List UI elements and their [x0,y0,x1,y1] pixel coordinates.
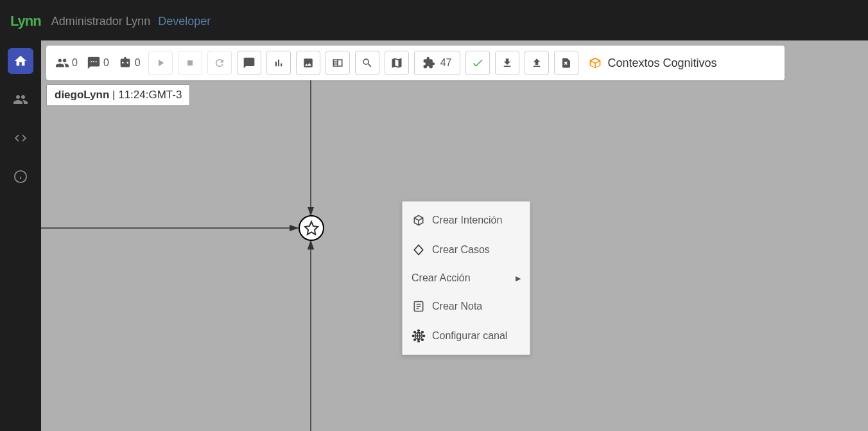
menu-label: Crear Nota [432,301,482,312]
sidebar-item-code[interactable] [8,125,33,151]
check-icon [471,57,484,69]
menu-label: Crear Intención [432,215,502,226]
refresh-button [207,51,232,75]
header: Lynn Administrador Lynn Developer [0,2,868,40]
svg-point-12 [418,330,420,331]
breadcrumb-admin[interactable]: Administrador Lynn [51,15,150,28]
user-name: diegoLynn [55,89,109,101]
diamond-icon [412,243,426,257]
search-icon [361,57,373,69]
puzzle-icon [422,57,435,69]
toolbar-stats: 0 0 0 [53,56,143,70]
users-icon [55,56,69,70]
sidebar-item-home[interactable] [8,48,33,74]
user-badge: diegoLynn | 11:24:GMT-3 [46,84,190,106]
svg-point-15 [423,335,425,337]
star-icon [304,220,319,236]
download-icon [501,57,513,69]
user-time: 11:24:GMT-3 [118,89,182,101]
code-icon [13,131,28,145]
svg-point-18 [414,339,416,341]
menu-item-create-action[interactable]: Crear Acción ▶ [403,265,530,292]
check-button[interactable] [465,51,490,75]
stop-button [178,51,202,75]
logo: Lynn [10,13,41,30]
cognitive-contexts-button[interactable]: Contextos Cognitivos [584,57,722,70]
menu-item-create-intention[interactable]: Crear Intención [403,206,530,235]
cube-outline-icon [412,213,426,227]
note-icon [412,299,426,313]
stat-chat[interactable]: 0 [84,56,112,70]
bot-icon [118,56,132,70]
toolbar: 0 0 0 [46,46,785,80]
stat-chat-value: 0 [103,57,109,69]
user-separator: | [109,89,118,101]
sidebar [0,40,41,431]
svg-point-16 [414,331,416,333]
info-icon [13,170,28,184]
svg-point-19 [422,339,424,341]
chart-button[interactable] [266,51,291,75]
search-button[interactable] [355,51,379,75]
menu-label: Crear Acción [412,272,471,284]
submenu-arrow-icon: ▶ [516,274,521,283]
context-menu: Crear Intención Crear Casos Crear Acción… [402,201,530,355]
star-node[interactable] [299,215,324,241]
menu-item-create-note[interactable]: Crear Nota [403,292,530,321]
stat-bot[interactable]: 0 [116,56,143,70]
home-icon [13,54,28,68]
image-button[interactable] [296,51,320,75]
chat-icon [87,56,101,70]
cognitive-label: Contextos Cognitivos [608,57,717,70]
menu-item-create-cases[interactable]: Crear Casos [403,235,530,265]
puzzle-count: 47 [440,57,452,69]
upload-button[interactable] [525,51,549,75]
map-icon [390,57,403,69]
network-icon [412,329,426,343]
canvas[interactable]: 0 0 0 [41,40,868,431]
stat-bot-value: 0 [135,57,141,69]
download-button[interactable] [495,51,519,75]
puzzle-button[interactable]: 47 [414,51,460,75]
stat-users[interactable]: 0 [53,56,80,70]
menu-label: Crear Casos [432,244,490,256]
comment-button[interactable] [237,51,261,75]
map-button[interactable] [385,51,409,75]
play-icon [155,57,166,69]
main-area: 0 0 0 [0,40,868,431]
menu-label: Configurar canal [432,330,507,342]
image-icon [302,57,314,69]
play-button [148,51,173,75]
svg-point-17 [422,331,424,333]
breadcrumb-dev[interactable]: Developer [158,15,211,28]
upload-icon [531,57,542,69]
stop-icon [185,58,195,68]
menu-item-configure-channel[interactable]: Configurar canal [403,321,530,351]
svg-point-13 [418,340,420,342]
cube-icon [589,57,602,69]
card-button[interactable] [326,51,350,75]
breadcrumb: Administrador Lynn Developer [51,15,211,28]
sidebar-item-users[interactable] [8,87,33,112]
sidebar-item-info[interactable] [8,164,33,189]
file-x-icon [560,57,572,69]
chart-icon [273,57,284,69]
users-icon [13,92,28,107]
refresh-icon [214,57,225,69]
stat-users-value: 0 [72,57,78,69]
svg-point-14 [412,335,414,337]
card-icon [331,57,344,69]
comment-icon [243,57,256,69]
file-x-button[interactable] [554,51,578,75]
